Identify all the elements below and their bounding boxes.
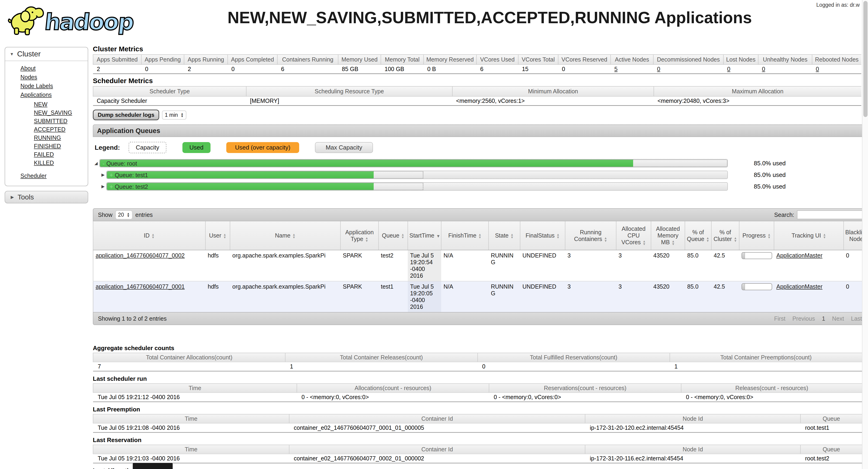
new-saving-link[interactable]: NEW_SAVING: [34, 109, 72, 116]
scheduler-link[interactable]: Scheduler: [21, 173, 46, 179]
cluster-nav-header[interactable]: ▼Cluster: [5, 47, 88, 61]
application-id-link[interactable]: application_1467760604077_0001: [96, 283, 185, 290]
last-scheduler-run-heading: Last scheduler run: [93, 375, 868, 382]
expand-icon[interactable]: ▶: [100, 184, 106, 189]
sort-col-pct-of-cluster[interactable]: % of Cluster▲▼: [711, 221, 739, 250]
queue-row-root: ◢ -Queue: root 85.0% used: [93, 159, 868, 167]
next-page-button[interactable]: Next: [832, 315, 844, 322]
sort-col-name[interactable]: Name▲▼: [230, 221, 340, 250]
node-labels-link[interactable]: Node Labels: [21, 83, 53, 89]
application-master-link[interactable]: ApplicationMaster: [776, 252, 823, 259]
sidebar-item-new-saving[interactable]: NEW_SAVING: [34, 109, 88, 117]
rebooted-nodes-link[interactable]: 0: [816, 66, 819, 72]
first-page-button[interactable]: First: [774, 315, 785, 322]
col-total-preemptions: Total Container Preemptions(count): [670, 353, 862, 362]
sidebar-item-nodes[interactable]: Nodes: [21, 73, 88, 82]
sort-col-pct-of-queue[interactable]: % of Queue▲▼: [685, 221, 711, 250]
col-time: Time: [93, 384, 297, 392]
sort-col-user[interactable]: User▲▼: [206, 221, 230, 250]
status-popup: [133, 463, 173, 469]
sort-col-running-containers[interactable]: Running Containers▲▼: [565, 221, 616, 250]
sort-col-tracking-ui[interactable]: Tracking UI▲▼: [774, 221, 844, 250]
sidebar-item-applications[interactable]: Applications: [21, 90, 88, 99]
page-size-select[interactable]: 20 ▲▼: [115, 210, 132, 219]
sort-col-application-type[interactable]: Application Type▲▼: [340, 221, 378, 250]
log-interval-select[interactable]: 1 min ▲▼: [162, 111, 186, 120]
progress-bar: [742, 252, 772, 259]
sidebar-item-finished[interactable]: FINISHED: [34, 142, 88, 150]
collapse-minus-icon[interactable]: -: [102, 160, 104, 167]
queue-bar-root[interactable]: -Queue: root: [99, 159, 728, 167]
about-link[interactable]: About: [21, 65, 35, 71]
allocated-vcores-cell: 3: [616, 250, 651, 281]
sort-col-starttime[interactable]: StartTime▼: [408, 221, 441, 250]
sidebar-item-running[interactable]: RUNNING: [34, 134, 88, 142]
last-page-button[interactable]: Last: [851, 315, 862, 322]
new-link[interactable]: NEW: [34, 101, 48, 108]
starttime-cell: Tue Jul 5 19:20:54 -0400 2016: [408, 250, 441, 281]
scrollbar-thumb[interactable]: [863, 1, 868, 117]
sort-col-id[interactable]: ID▲▼: [93, 221, 206, 250]
page-number-button[interactable]: 1: [822, 315, 825, 322]
active-nodes-link[interactable]: 5: [614, 66, 618, 72]
col-rebooted-nodes: Rebooted Nodes: [812, 55, 861, 64]
col-apps-completed: Apps Completed: [228, 55, 277, 64]
sidebar-item-scheduler[interactable]: Scheduler: [21, 173, 88, 179]
sidebar-item-failed[interactable]: FAILED: [34, 150, 88, 158]
aggregate-counts-values: 7 1 0 1: [93, 362, 862, 371]
application-master-link[interactable]: ApplicationMaster: [776, 283, 823, 290]
tools-nav-header[interactable]: ▶Tools: [5, 191, 88, 203]
sort-col-allocated-memory-mb[interactable]: Allocated Memory MB▲▼: [651, 221, 685, 250]
failed-link[interactable]: FAILED: [34, 151, 54, 158]
sort-col-progress[interactable]: Progress▲▼: [739, 221, 774, 250]
expand-plus-icon[interactable]: +: [110, 183, 113, 190]
pagination: First Previous 1 Next Last: [774, 315, 862, 322]
finished-link[interactable]: FINISHED: [34, 143, 61, 149]
sidebar-item-accepted[interactable]: ACCEPTED: [34, 125, 88, 134]
vertical-scrollbar[interactable]: [862, 0, 868, 469]
sidebar-item-killed[interactable]: KILLED: [34, 158, 88, 167]
expand-icon[interactable]: ▶: [100, 172, 106, 177]
sort-col-finishtime[interactable]: FinishTime▲▼: [441, 221, 489, 250]
decommissioned-nodes-link[interactable]: 0: [657, 66, 660, 72]
submitted-link[interactable]: SUBMITTED: [34, 118, 67, 124]
sort-col-state[interactable]: State▲▼: [489, 221, 520, 250]
last-scheduler-run-values: Tue Jul 05 19:21:12 -0400 2016 0 - <memo…: [93, 392, 862, 402]
progress-cell: [739, 250, 774, 281]
sort-col-allocated-cpu-vcores[interactable]: Allocated CPU VCores▲▼: [616, 221, 651, 250]
search-input[interactable]: [797, 210, 868, 219]
aggregate-counts-table: Total Container Allocations(count) Total…: [93, 353, 862, 372]
unhealthy-nodes-link[interactable]: 0: [762, 66, 765, 72]
queue-bar-test1[interactable]: +Queue: test1: [106, 171, 728, 179]
sort-icon: ▲▼: [604, 237, 608, 242]
col-queue: Queue: [801, 414, 862, 423]
queue-value: root.test2: [801, 454, 862, 463]
application-id-link[interactable]: application_1467760604077_0002: [96, 252, 185, 259]
sort-col-queue[interactable]: Queue▲▼: [378, 221, 408, 250]
apps-pending-value: 0: [141, 64, 184, 74]
expand-collapse-icon[interactable]: ◢: [93, 161, 99, 166]
running-link[interactable]: RUNNING: [34, 135, 61, 141]
memory-used-value: 85 GB: [338, 64, 381, 74]
node-id-value: ip-172-31-20-120.ec2.internal:45454: [585, 423, 801, 433]
nodes-link[interactable]: Nodes: [21, 74, 37, 80]
sidebar-item-submitted[interactable]: SUBMITTED: [34, 117, 88, 125]
sidebar-item-new[interactable]: NEW: [34, 100, 88, 109]
cluster-nav-label: Cluster: [17, 50, 41, 58]
sidebar-item-node-labels[interactable]: Node Labels: [21, 82, 88, 90]
accepted-link[interactable]: ACCEPTED: [34, 126, 65, 133]
applications-link[interactable]: Applications: [21, 91, 52, 98]
dump-scheduler-logs-button[interactable]: Dump scheduler logs: [93, 110, 159, 120]
finalstatus-cell: UNDEFINED: [520, 281, 565, 312]
sidebar-item-about[interactable]: About: [21, 64, 88, 73]
previous-page-button[interactable]: Previous: [792, 315, 815, 322]
queue-bar-test2[interactable]: +Queue: test2: [106, 182, 728, 190]
expand-plus-icon[interactable]: +: [110, 172, 113, 178]
col-containers-running: Containers Running: [277, 55, 338, 64]
memory-reserved-value: 0 B: [424, 64, 476, 74]
sort-icon: ▲▼: [223, 233, 226, 239]
killed-link[interactable]: KILLED: [34, 159, 54, 166]
entries-info: Showing 1 to 2 of 2 entries: [98, 315, 167, 322]
lost-nodes-link[interactable]: 0: [727, 66, 731, 72]
sort-col-finalstatus[interactable]: FinalStatus▲▼: [520, 221, 565, 250]
